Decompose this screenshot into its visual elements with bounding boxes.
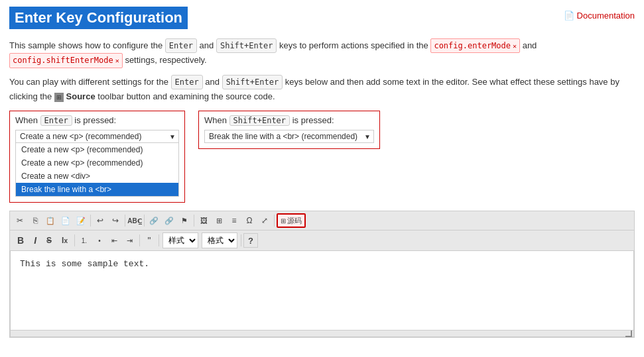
paste-word-button[interactable]: 📝 <box>74 213 88 228</box>
enter-mode-selected: Create a new <p> (recommended) <box>16 130 166 142</box>
style-select[interactable]: 样式 <box>162 232 198 248</box>
paste-text-button[interactable]: 📄 <box>58 213 73 228</box>
dropdowns-row: When Enter is pressed: Create a new <p> … <box>9 111 635 203</box>
ordered-list-button[interactable]: 1. <box>77 233 92 248</box>
enter-mode-dropdown-arrow[interactable]: ▼ <box>166 133 178 140</box>
maximize-button[interactable]: ⤢ <box>257 213 272 228</box>
outdent-button[interactable]: ⇤ <box>107 233 122 248</box>
sep2 <box>125 215 125 227</box>
sep3 <box>144 215 145 227</box>
image-button[interactable]: 🖼 <box>196 213 211 228</box>
source-icon: ⊞ <box>281 217 286 225</box>
enter-option-3[interactable]: Create a new <div> <box>16 170 178 183</box>
toolbar-row-1: ✂ ⎘ 📋 📄 📝 ↩ ↪ ABC̲ 🔗 🔗 ⚑ 🖼 ⊞ ≡ Ω ⤢ ⊞源码 <box>10 211 634 230</box>
find-button[interactable]: ABC̲ <box>127 213 142 228</box>
enter-mode-select-row[interactable]: Create a new <p> (recommended) ▼ <box>15 130 179 143</box>
shift-enter-key-panel: When Shift+Enter is pressed: Break the l… <box>198 111 380 149</box>
shift-enter-mode-dropdown-arrow[interactable]: ▼ <box>361 133 373 140</box>
source-button[interactable]: ⊞源码 <box>277 213 306 228</box>
enter-key-panel: When Enter is pressed: Create a new <p> … <box>9 111 185 203</box>
resize-icon <box>625 331 632 337</box>
shift-enter-key-badge1: Shift+Enter <box>216 38 277 53</box>
remove-format-button[interactable]: Ix <box>57 233 72 248</box>
toolbar-row-2: B I S Ix 1. • ⇤ ⇥ " 样式 格式 ? <box>10 230 634 251</box>
shift-enter-mode-select-row[interactable]: Break the line with a <br> (recommended)… <box>204 130 374 143</box>
config-shift-enter-mode-badge: config.shiftEnterMode✕ <box>9 53 123 68</box>
shift-enter-panel-label: When Shift+Enter is pressed: <box>204 115 374 126</box>
enter-option-4[interactable]: Break the line with a <br> <box>16 183 178 196</box>
unlink-button[interactable]: 🔗 <box>162 213 176 228</box>
enter-option-2[interactable]: Create a new <p> (recommended) <box>16 156 178 170</box>
sep8 <box>159 234 159 246</box>
description-para2: You can play with different settings for… <box>9 75 635 104</box>
source-label: 源码 <box>287 216 302 226</box>
config-enter-mode-close[interactable]: ✕ <box>513 42 517 50</box>
source-bold-label: Source <box>66 91 96 101</box>
italic-button[interactable]: I <box>29 233 41 248</box>
resize-handle[interactable] <box>10 331 634 337</box>
indent-button[interactable]: ⇥ <box>123 233 137 248</box>
shift-enter-key-badge-panel: Shift+Enter <box>229 115 290 126</box>
unordered-list-button[interactable]: • <box>92 233 107 248</box>
link-button[interactable]: 🔗 <box>147 213 161 228</box>
shift-enter-mode-selected: Break the line with a <br> (recommended) <box>205 130 361 142</box>
editor-area[interactable]: This is some sample text. <box>10 251 634 331</box>
config-enter-mode-badge: config.enterMode✕ <box>430 38 520 53</box>
editor-toolbar-container: ✂ ⎘ 📋 📄 📝 ↩ ↪ ABC̲ 🔗 🔗 ⚑ 🖼 ⊞ ≡ Ω ⤢ ⊞源码 B… <box>9 211 635 338</box>
enter-panel-label: When Enter is pressed: <box>15 115 179 126</box>
enter-key-badge-panel: Enter <box>40 115 72 126</box>
copy-button[interactable]: ⎘ <box>28 213 42 228</box>
help-button[interactable]: ? <box>243 233 258 248</box>
enter-mode-options: Create a new <p> (recommended) Create a … <box>15 143 179 197</box>
cut-button[interactable]: ✂ <box>13 213 27 228</box>
sep9 <box>241 234 241 246</box>
editor-content: This is some sample text. <box>20 259 149 269</box>
table-button[interactable]: ⊞ <box>212 213 226 228</box>
enter-key-badge2: Enter <box>171 75 203 89</box>
page-title: Enter Key Configuration <box>9 7 188 29</box>
special-char-button[interactable]: Ω <box>242 213 257 228</box>
bold-button[interactable]: B <box>13 233 29 248</box>
redo-button[interactable]: ↪ <box>108 213 123 228</box>
sep1 <box>90 215 91 227</box>
anchor-button[interactable]: ⚑ <box>177 213 192 228</box>
undo-button[interactable]: ↩ <box>93 213 107 228</box>
sep6 <box>74 234 75 246</box>
strikethrough-button[interactable]: S <box>42 233 56 248</box>
paste-button[interactable]: 📋 <box>43 213 58 228</box>
enter-key-badge1: Enter <box>165 38 197 53</box>
doc-link[interactable]: 📄 Documentation <box>564 11 635 21</box>
source-inline-icon: ⊞ <box>54 93 64 102</box>
blockquote-button[interactable]: " <box>142 233 157 248</box>
sep5 <box>274 215 275 227</box>
sep4 <box>194 215 194 227</box>
config-shift-enter-mode-close[interactable]: ✕ <box>115 57 119 64</box>
enter-option-1[interactable]: Create a new <p> (recommended) <box>16 143 178 156</box>
sep7 <box>139 234 140 246</box>
description-para1: This sample shows how to configure the E… <box>9 38 635 68</box>
format-select[interactable]: 格式 <box>202 232 237 248</box>
doc-icon: 📄 <box>564 11 577 21</box>
align-button[interactable]: ≡ <box>227 213 241 228</box>
shift-enter-key-badge2: Shift+Enter <box>222 75 283 89</box>
